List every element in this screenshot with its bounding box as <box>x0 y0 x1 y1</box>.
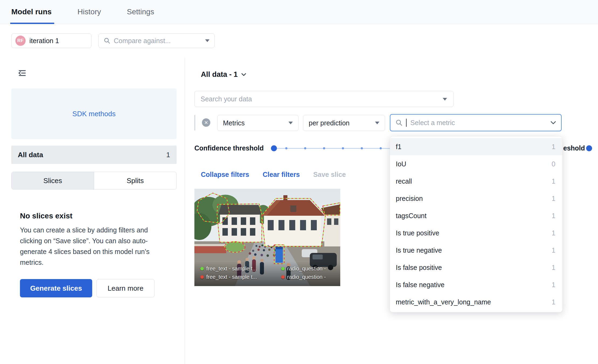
menu-item-label: Is false positive <box>396 264 442 272</box>
chevron-down-icon <box>241 73 246 77</box>
legend-label: radio_question - <box>287 274 326 280</box>
slices-splits-toggle: Slices Splits <box>11 172 177 190</box>
filter-scope-dropdown[interactable]: per prediction <box>303 115 385 131</box>
chevron-down-icon <box>375 122 379 124</box>
metric-search-input[interactable] <box>410 119 547 127</box>
sidebar-item-all-data[interactable]: All data 1 <box>11 146 177 164</box>
remove-filter-button[interactable]: ✕ <box>202 118 210 127</box>
menu-item-precision[interactable]: precision 1 <box>390 190 562 207</box>
model-run-chip[interactable]: RF iteration 1 <box>11 33 91 48</box>
search-icon <box>395 119 403 126</box>
legend-label: radio_question - <box>287 266 326 272</box>
run-avatar: RF <box>15 36 26 46</box>
compare-placeholder: Compare against... <box>114 37 171 45</box>
menu-item-label: tagsCount <box>396 212 427 220</box>
menu-item-is-false-negative[interactable]: Is false negative 1 <box>390 276 562 293</box>
slice-actions: Generate slices Learn more <box>20 279 154 297</box>
top-nav: Model runs History Settings <box>0 0 598 24</box>
filter-group-indicator <box>194 115 195 131</box>
true-positive-dot <box>281 267 285 270</box>
legend-item: free_text - sample t... <box>200 266 257 272</box>
search-input[interactable] <box>194 91 453 107</box>
no-slices-description: You can create a slice by adding filters… <box>20 225 168 268</box>
collapse-sidebar-button[interactable] <box>17 68 27 78</box>
filter-field-value: Metrics <box>223 119 245 127</box>
data-row-thumbnail[interactable]: free_text - sample t... free_text - samp… <box>194 189 340 286</box>
menu-item-iou[interactable]: IoU 0 <box>390 155 562 173</box>
menu-item-label: precision <box>396 195 423 202</box>
menu-item-count: 1 <box>552 246 555 254</box>
menu-item-count: 1 <box>552 264 555 272</box>
generate-slices-button[interactable]: Generate slices <box>20 279 92 297</box>
run-toolbar: RF iteration 1 Compare against... <box>0 24 598 57</box>
sdk-methods-button[interactable]: SDK methods <box>11 88 177 139</box>
filter-field-dropdown[interactable]: Metrics <box>217 115 298 131</box>
tab-settings[interactable]: Settings <box>127 0 154 24</box>
all-data-count: 1 <box>166 151 170 159</box>
chevron-down-icon <box>205 39 209 42</box>
menu-item-tagscount[interactable]: tagsCount 1 <box>390 207 562 224</box>
no-slices-title: No slices exist <box>20 212 73 220</box>
second-threshold-thumb[interactable] <box>586 145 592 151</box>
menu-item-label: metric_with_a_very_long_name <box>396 298 491 306</box>
legend-item: radio_question - <box>281 274 326 280</box>
menu-item-label: IoU <box>396 160 406 168</box>
chevron-down-icon <box>550 121 556 125</box>
filter-scope-value: per prediction <box>309 119 349 127</box>
menu-item-count: 1 <box>552 177 555 185</box>
true-positive-dot <box>200 267 204 270</box>
menu-item-count: 0 <box>552 160 555 168</box>
collapse-filters-link[interactable]: Collapse filters <box>201 171 249 178</box>
menu-item-label: recall <box>396 177 412 185</box>
main-content: All data - 1 ✕ Metrics per prediction Co… <box>185 57 598 364</box>
menu-item-count: 1 <box>552 195 555 202</box>
tab-history[interactable]: History <box>77 0 101 24</box>
menu-item-count: 1 <box>552 143 555 151</box>
sidebar: SDK methods All data 1 Slices Splits No … <box>0 57 185 364</box>
filter-actions: Collapse filters Clear filters Save slic… <box>201 171 346 178</box>
menu-item-count: 1 <box>552 281 555 289</box>
clear-filters-link[interactable]: Clear filters <box>263 171 300 178</box>
menu-item-is-false-positive[interactable]: Is false positive 1 <box>390 259 562 276</box>
data-search <box>194 91 453 107</box>
tab-model-runs[interactable]: Model runs <box>11 0 51 24</box>
tab-slices[interactable]: Slices <box>12 172 94 189</box>
menu-item-is-true-negative[interactable]: Is true negative 1 <box>390 242 562 259</box>
confidence-threshold-label: Confidence threshold <box>194 144 264 152</box>
menu-item-is-true-positive[interactable]: Is true positive 1 <box>390 224 562 242</box>
menu-item-label: Is true positive <box>396 229 439 237</box>
chevron-down-icon <box>288 122 293 124</box>
run-name: iteration 1 <box>29 37 59 45</box>
false-positive-dot <box>281 275 285 279</box>
sdk-methods-label: SDK methods <box>72 110 115 118</box>
compare-against-select[interactable]: Compare against... <box>98 33 215 48</box>
menu-item-label: Is false negative <box>396 281 445 289</box>
collapse-panel-icon <box>17 68 27 78</box>
metric-dropdown-menu: f1 1 IoU 0 recall 1 precision 1 tagsCoun… <box>390 136 562 312</box>
menu-item-count: 1 <box>552 212 555 220</box>
dataset-selector[interactable]: All data - 1 <box>201 70 246 79</box>
confidence-threshold-thumb[interactable] <box>271 145 277 151</box>
dataset-label: All data - 1 <box>201 70 238 79</box>
text-cursor <box>406 119 407 127</box>
search-icon <box>104 37 111 44</box>
second-threshold-label-partial: eshold <box>563 144 585 152</box>
learn-more-button[interactable]: Learn more <box>97 279 154 297</box>
menu-item-f1[interactable]: f1 1 <box>390 138 562 155</box>
menu-item-metric-with-a-very-long-name[interactable]: metric_with_a_very_long_name 1 <box>390 293 562 311</box>
legend-label: free_text - sample t... <box>206 274 257 280</box>
save-slice-link[interactable]: Save slice <box>313 171 346 178</box>
menu-item-label: Is true negative <box>396 246 442 254</box>
legend-label: free_text - sample t... <box>206 266 257 272</box>
legend-item: free_text - sample t... <box>200 274 257 280</box>
chevron-down-icon <box>443 98 447 101</box>
false-positive-dot <box>200 275 204 279</box>
menu-item-count: 1 <box>552 229 555 237</box>
menu-item-count: 1 <box>552 298 555 306</box>
menu-item-label: f1 <box>396 143 401 151</box>
all-data-label: All data <box>18 151 43 159</box>
tab-splits[interactable]: Splits <box>94 172 176 189</box>
menu-item-recall[interactable]: recall 1 <box>390 173 562 190</box>
metric-combobox[interactable] <box>390 114 562 131</box>
legend-item: radio_question - <box>281 266 326 272</box>
